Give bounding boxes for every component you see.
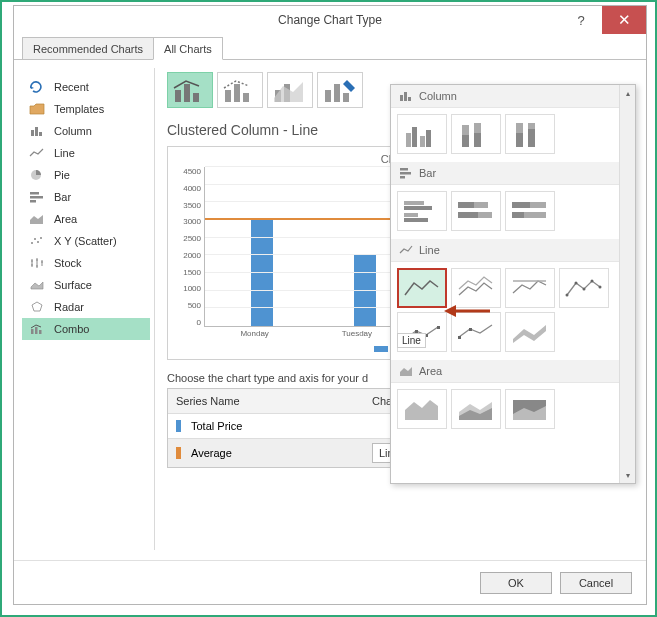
svg-rect-39 [528, 129, 535, 147]
svg-rect-11 [31, 329, 34, 334]
svg-rect-45 [404, 213, 418, 217]
sidebar-item-pie[interactable]: Pie [22, 164, 150, 186]
sidebar-item-label: Combo [54, 323, 89, 335]
svg-rect-14 [175, 90, 181, 102]
svg-rect-5 [30, 196, 43, 199]
close-button[interactable]: ✕ [602, 6, 646, 34]
combo-subtype-custom[interactable] [317, 72, 363, 108]
svg-rect-28 [406, 133, 411, 147]
scroll-down-icon[interactable]: ▾ [620, 467, 635, 483]
cancel-button[interactable]: Cancel [560, 572, 632, 594]
tab-recommended-charts[interactable]: Recommended Charts [22, 37, 154, 59]
combo-subtype-2[interactable] [217, 72, 263, 108]
sidebar-item-combo[interactable]: Combo [22, 318, 150, 340]
sidebar-item-label: Recent [54, 81, 89, 93]
ok-button[interactable]: OK [480, 572, 552, 594]
sidebar-item-label: Surface [54, 279, 92, 291]
sidebar-item-templates[interactable]: Templates [22, 98, 150, 120]
sidebar-item-scatter[interactable]: X Y (Scatter) [22, 230, 150, 252]
gallery-category-line: Line [391, 239, 619, 262]
sidebar-item-label: Pie [54, 169, 70, 181]
svg-rect-6 [30, 200, 36, 203]
svg-rect-35 [474, 133, 481, 147]
sidebar-item-recent[interactable]: Recent [22, 76, 150, 98]
gallery-item-bar-100stacked[interactable] [505, 191, 555, 231]
line-icon [28, 146, 46, 160]
sidebar-item-column[interactable]: Column [22, 120, 150, 142]
series-swatch-orange [176, 447, 181, 459]
gallery-tooltip: Line [397, 333, 426, 348]
svg-rect-40 [400, 168, 408, 171]
sidebar-item-stock[interactable]: Stock [22, 252, 150, 274]
svg-rect-41 [400, 172, 411, 175]
combo-subtype-1[interactable] [167, 72, 213, 108]
svg-rect-64 [458, 336, 461, 339]
svg-rect-26 [404, 92, 407, 101]
svg-rect-17 [225, 90, 231, 102]
svg-rect-1 [35, 127, 38, 136]
change-chart-type-dialog: Change Chart Type ? ✕ Recommended Charts… [13, 5, 647, 605]
svg-rect-43 [404, 201, 424, 205]
sidebar-item-line[interactable]: Line [22, 142, 150, 164]
gallery-item-bar-clustered[interactable] [397, 191, 447, 231]
sidebar-item-surface[interactable]: Surface [22, 274, 150, 296]
column-icon [399, 90, 413, 102]
svg-rect-31 [426, 130, 431, 147]
svg-rect-48 [458, 202, 474, 208]
gallery-item-line-100stacked[interactable] [505, 268, 555, 308]
svg-point-57 [583, 288, 586, 291]
gallery-item-column-stacked[interactable] [451, 114, 501, 154]
gallery-item-line-stacked[interactable] [451, 268, 501, 308]
svg-point-7 [31, 242, 33, 244]
svg-rect-24 [343, 93, 349, 102]
svg-rect-23 [334, 84, 340, 102]
sidebar-item-area[interactable]: Area [22, 208, 150, 230]
tab-all-charts[interactable]: All Charts [153, 37, 223, 60]
chart-type-gallery-popup: Column Bar Line [390, 84, 636, 484]
gallery-item-column-clustered[interactable] [397, 114, 447, 154]
radar-icon [28, 300, 46, 314]
gallery-item-line-100stacked-markers[interactable] [451, 312, 501, 352]
svg-rect-2 [39, 132, 42, 136]
gallery-item-line[interactable] [397, 268, 447, 308]
gallery-item-column-100stacked[interactable] [505, 114, 555, 154]
sidebar-item-label: Area [54, 213, 77, 225]
titlebar: Change Chart Type ? ✕ [14, 6, 646, 34]
combo-subtype-3[interactable] [267, 72, 313, 108]
gallery-scrollbar[interactable]: ▴ ▾ [619, 85, 635, 483]
svg-rect-25 [400, 95, 403, 101]
svg-point-59 [599, 286, 602, 289]
gallery-item-line-markers[interactable] [559, 268, 609, 308]
svg-point-55 [566, 294, 569, 297]
sidebar-item-label: Line [54, 147, 75, 159]
scroll-up-icon[interactable]: ▴ [620, 85, 635, 101]
gallery-item-area[interactable] [397, 389, 447, 429]
svg-point-8 [34, 238, 36, 240]
column-icon [28, 124, 46, 138]
bar-icon [28, 190, 46, 204]
svg-rect-63 [437, 326, 440, 329]
help-button[interactable]: ? [560, 6, 602, 34]
gallery-item-line-3d[interactable] [505, 312, 555, 352]
templates-icon [28, 102, 46, 116]
gallery-category-area: Area [391, 360, 619, 383]
svg-rect-22 [325, 90, 331, 102]
svg-rect-30 [420, 136, 425, 147]
svg-rect-16 [193, 93, 199, 102]
gallery-item-area-stacked[interactable] [451, 389, 501, 429]
sidebar-item-label: Column [54, 125, 92, 137]
chart-category-sidebar: Recent Templates Column Line Pie Bar [22, 68, 150, 550]
gallery-item-area-100stacked[interactable] [505, 389, 555, 429]
svg-rect-33 [462, 135, 469, 147]
svg-rect-4 [30, 192, 39, 195]
sidebar-item-label: Templates [54, 103, 104, 115]
sidebar-item-bar[interactable]: Bar [22, 186, 150, 208]
svg-point-9 [37, 241, 39, 243]
gallery-category-bar: Bar [391, 162, 619, 185]
svg-rect-54 [512, 212, 524, 218]
sidebar-item-radar[interactable]: Radar [22, 296, 150, 318]
series-swatch-blue [176, 420, 181, 432]
gallery-item-bar-stacked[interactable] [451, 191, 501, 231]
combo-icon [28, 322, 46, 336]
svg-rect-0 [31, 130, 34, 136]
